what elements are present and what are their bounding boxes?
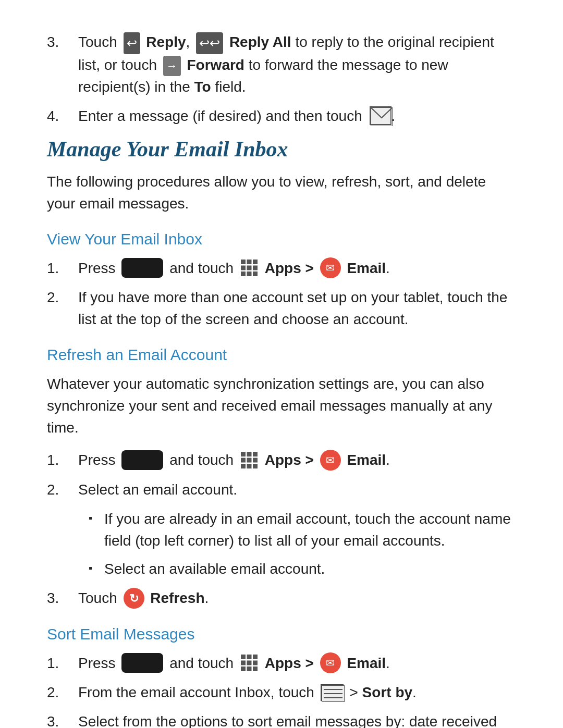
refresh-circle-icon [124, 588, 144, 609]
svg-rect-1 [241, 260, 246, 264]
sort-by-text: Sort by [362, 684, 412, 700]
svg-rect-14 [247, 458, 251, 462]
sort-step1: 1. Press and touch [47, 652, 516, 675]
step-3-number: 3. [47, 31, 78, 53]
sort-step3-content: Select from the options to sort email me… [78, 711, 516, 728]
refresh-step2: 2. Select an email account. [47, 479, 516, 501]
send-envelope-icon [370, 106, 391, 125]
svg-rect-3 [253, 260, 258, 264]
svg-rect-26 [247, 667, 251, 671]
sort-step1-number: 1. [47, 652, 78, 674]
svg-rect-12 [253, 452, 258, 456]
sort-step2-before: From the email account Inbox, touch [78, 684, 314, 700]
refresh-step2-number: 2. [47, 479, 78, 501]
view-step1-period: . [386, 260, 390, 276]
svg-rect-22 [241, 661, 246, 665]
reply-all-icon: ↩↩ [196, 32, 223, 54]
intro-steps: 3. Touch ↩ Reply, ↩↩ Reply All to reply … [47, 31, 516, 127]
svg-rect-4 [241, 266, 246, 270]
refresh-email-text: Email [347, 452, 386, 468]
intro-step-4: 4. Enter a message (if desired) and then… [47, 105, 516, 127]
refresh-apps-text: Apps > [265, 452, 314, 468]
sort-step2-content: From the email account Inbox, touch > So… [78, 682, 516, 704]
sort-step3: 3. Select from the options to sort email… [47, 711, 516, 728]
svg-rect-13 [241, 458, 246, 462]
refresh-text: Refresh [150, 590, 204, 606]
svg-rect-15 [253, 458, 258, 462]
svg-rect-7 [241, 272, 246, 276]
view-step1-content: Press and touch Ap [78, 257, 516, 280]
view-inbox-title: View Your Email Inbox [47, 230, 516, 248]
reply-icon: ↩ [124, 32, 140, 54]
sort-step2: 2. From the email account Inbox, touch >… [47, 682, 516, 704]
refresh-bullet-2-text: Select an available email account. [104, 558, 516, 580]
svg-rect-25 [241, 667, 246, 671]
view-apps-text: Apps > [265, 260, 314, 276]
refresh-bullets: ▪ If you are already in an email account… [89, 508, 516, 580]
view-inbox-step2: 2. If you have more than one account set… [47, 287, 516, 330]
refresh-step1-content: Press and touch Ap [78, 449, 516, 472]
view-inbox-steps: 1. Press and touch [47, 257, 516, 331]
refresh-step3-number: 3. [47, 587, 78, 609]
sort-email-text: Email [347, 655, 386, 671]
view-email-text: Email [347, 260, 386, 276]
bullet-marker-1: ▪ [89, 510, 104, 526]
sort-menu-icon [321, 684, 344, 701]
apps-grid-icon-3 [240, 653, 259, 672]
step-3-content: Touch ↩ Reply, ↩↩ Reply All to reply to … [78, 31, 516, 98]
sort-step2-number: 2. [47, 682, 78, 704]
home-button-1 [121, 258, 163, 278]
sort-step1-period: . [386, 655, 390, 671]
svg-rect-17 [247, 464, 251, 468]
step-4-number: 4. [47, 105, 78, 127]
refresh-step3-content: Touch Refresh. [78, 587, 516, 610]
svg-rect-8 [247, 272, 251, 276]
refresh-touch-text: Touch [78, 590, 117, 606]
svg-rect-9 [253, 272, 258, 276]
home-button-3 [121, 653, 163, 673]
section-title: Manage Your Email Inbox [47, 137, 516, 162]
svg-rect-18 [253, 464, 258, 468]
view-and-touch: and touch [169, 260, 234, 276]
svg-rect-5 [247, 266, 251, 270]
view-step2-content: If you have more than one account set up… [78, 287, 516, 330]
svg-rect-27 [253, 667, 258, 671]
reply-label: Reply [146, 34, 186, 50]
refresh-and-touch: and touch [169, 452, 234, 468]
svg-rect-16 [241, 464, 246, 468]
refresh-steps: 1. Press and touch [47, 449, 516, 609]
sort-steps: 1. Press and touch [47, 652, 516, 728]
forward-icon: → [163, 56, 181, 76]
svg-rect-24 [253, 661, 258, 665]
reply-all-label: Reply All [229, 34, 291, 50]
sort-step2-period: . [412, 684, 417, 700]
bullet-marker-2: ▪ [89, 560, 104, 576]
svg-rect-11 [247, 452, 251, 456]
sort-messages-title: Sort Email Messages [47, 625, 516, 643]
view-press-text: Press [78, 260, 116, 276]
step3-field: field. [215, 79, 246, 95]
page-content: 3. Touch ↩ Reply, ↩↩ Reply All to reply … [0, 0, 563, 728]
step-4-content: Enter a message (if desired) and then to… [78, 105, 516, 127]
sort-press-text: Press [78, 655, 116, 671]
refresh-press-text: Press [78, 452, 116, 468]
sort-step3-number: 3. [47, 711, 78, 728]
email-icon-2 [320, 450, 341, 471]
step4-text: Enter a message (if desired) and then to… [78, 108, 362, 124]
svg-rect-6 [253, 266, 258, 270]
view-step2-number: 2. [47, 287, 78, 309]
intro-step-3: 3. Touch ↩ Reply, ↩↩ Reply All to reply … [47, 31, 516, 98]
svg-rect-10 [241, 452, 246, 456]
refresh-bullet-1-text: If you are already in an email account, … [104, 508, 516, 552]
svg-rect-2 [247, 260, 251, 264]
email-icon-1 [320, 257, 341, 278]
refresh-step3-period: . [205, 590, 209, 606]
sort-apps-text: Apps > [265, 655, 314, 671]
refresh-step1-number: 1. [47, 449, 78, 471]
home-button-2 [121, 450, 163, 470]
refresh-step1: 1. Press and touch [47, 449, 516, 472]
refresh-bullet-2: ▪ Select an available email account. [89, 558, 516, 580]
apps-grid-icon-2 [240, 451, 259, 470]
section-description: The following procedures allow you to vi… [47, 171, 516, 215]
apps-grid-icon-1 [240, 258, 259, 277]
